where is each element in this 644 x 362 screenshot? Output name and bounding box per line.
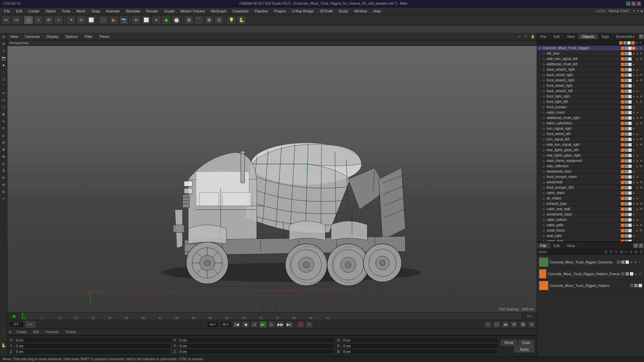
stamp-button[interactable]: ◆ [162, 16, 171, 24]
play-button[interactable]: ▶ [259, 321, 267, 328]
left-tool-polygon[interactable]: ⬡ [0, 76, 7, 82]
obj-list-item[interactable]: ▷cabin_stairs▲ [537, 190, 644, 196]
menu-window[interactable]: Window [351, 8, 370, 14]
obj-list-item[interactable]: ▷front_wheel_left▲▲ [537, 131, 644, 137]
obj-tab-bookmarks[interactable]: Bookmarks [613, 34, 638, 39]
left-tool-sketch[interactable]: ✏ [0, 90, 7, 97]
viewport-icon-plus[interactable]: + [523, 34, 529, 39]
fill-button[interactable]: ⬤ [172, 16, 181, 24]
play-reverse-button[interactable]: ◀ [242, 321, 249, 328]
array-button[interactable]: ⊡ [214, 16, 224, 24]
attr-create-btn[interactable]: Create [13, 329, 30, 335]
scale-button[interactable]: Scale [518, 340, 534, 346]
stop-record-button[interactable]: ✕ [306, 321, 313, 328]
left-tool-camera[interactable]: 📷 [0, 55, 7, 61]
left-tool-move[interactable]: ✛ [0, 34, 7, 40]
obj-list-item[interactable]: ▷front_bumper_001▲✕ [537, 185, 644, 190]
auto-key-button[interactable]: ⏮ [502, 321, 509, 328]
undo-button[interactable]: ↩ [1, 16, 11, 24]
left-tool-3[interactable]: ⊗ [0, 153, 7, 160]
menu-vray[interactable]: V-Ray Bridge [289, 8, 317, 14]
menu-file[interactable]: File [1, 8, 13, 14]
menu-motion-tracker[interactable]: Motion Tracker [178, 8, 208, 14]
brush-button[interactable]: ● [152, 16, 161, 24]
obj-list-item[interactable]: ▷turn_signal_left▲▲✕ [537, 137, 644, 142]
left-tool-spline[interactable]: ⌒ [0, 83, 7, 89]
obj-tab-edit[interactable]: Edit [550, 34, 564, 39]
menu-edit[interactable]: Edit [13, 8, 25, 14]
menu-select[interactable]: Select [43, 8, 59, 14]
menu-help[interactable]: Help [371, 8, 384, 14]
obj-root[interactable]: ▼ Concrete_Mixer_Truck_Rigged ▲ ▲ ✕ [537, 46, 644, 51]
rotate-tool-button[interactable]: ⟳ [44, 16, 53, 24]
left-tool-rotate[interactable]: ⟳ [0, 41, 7, 47]
left-tool-scale[interactable]: ⤢ [0, 48, 7, 54]
menu-plugins[interactable]: Plugins [271, 8, 288, 14]
obj-list-item[interactable]: ▷main_frame_equipment▲▲✕ [537, 158, 644, 164]
obj-list-item[interactable]: ▷windshield_visor▲ [537, 169, 644, 174]
left-tool-2[interactable]: ⊕ [0, 146, 7, 153]
left-tool-light[interactable]: ● [0, 62, 7, 68]
left-tool-paint[interactable]: ⌀ [0, 132, 7, 139]
fps-field[interactable]: 90 F [207, 321, 219, 327]
eraser-button[interactable]: ⬜ [142, 16, 151, 24]
obj-tab-file[interactable]: File [537, 34, 550, 39]
viewport-menu-options[interactable]: Options [64, 34, 79, 39]
left-tool-python[interactable]: 🐍 [0, 342, 7, 349]
obj-tab-tags[interactable]: Tags [598, 34, 613, 39]
obj-list-item[interactable]: ▷rear_lights_glass_left▲ [537, 147, 644, 153]
attr-tab-view[interactable]: View [564, 243, 579, 248]
menu-animate[interactable]: Animate [104, 8, 122, 14]
play-forward-button[interactable]: ▶▶ [277, 321, 284, 328]
obj-list-item[interactable]: ▷side_turn_signal_right▲✕ [537, 142, 644, 147]
obj-list-item[interactable]: ▷side_reflectors▲✕ [537, 164, 644, 169]
more-button[interactable]: ≡ [528, 321, 535, 328]
paint-tool-button[interactable]: ✏ [131, 16, 141, 24]
obj-list-item[interactable]: ▷left_door▲▲✕ [537, 51, 644, 56]
next-frame-button[interactable]: ▷ [268, 321, 275, 328]
scale-tool-button[interactable]: ⤢ [54, 16, 63, 24]
current-frame-field[interactable]: 0 F [9, 321, 24, 327]
menu-script[interactable]: Script [336, 8, 351, 14]
menu-simulate[interactable]: Simulate [123, 8, 143, 14]
obj-list-item[interactable]: ▷cabin_bottom▲▲ [537, 217, 644, 223]
obj-tab-objects[interactable]: Objects [578, 34, 598, 39]
left-tool-8[interactable]: ⊚ [0, 188, 7, 195]
deform-button[interactable]: ⊞ [184, 16, 194, 24]
y-rot-field[interactable]: 0 cm [178, 343, 335, 349]
attr-icon-1[interactable]: ✦ [633, 243, 638, 248]
viewport-menu-view[interactable]: View [9, 34, 19, 39]
obj-list-item[interactable]: ▷air_intake▲▲ [537, 196, 644, 201]
attr-edit-btn[interactable]: Edit [30, 329, 42, 335]
y-pos-field[interactable]: 0 cm [15, 343, 171, 349]
obj-list-item[interactable]: ▷cabin_grills▲▲✕ [537, 223, 644, 228]
total-frames-field[interactable]: 90 F [220, 321, 232, 327]
material-row-3[interactable]: Concrete_Mixer_Truck_Rigged_Helpers [538, 280, 643, 291]
obj-list-item[interactable]: ▷back_wheel2_right▲▲ [537, 67, 644, 72]
go-to-end-button[interactable]: ▶| [285, 321, 293, 328]
menu-snap[interactable]: Snap [89, 8, 103, 14]
menu-pipeline[interactable]: Pipeline [252, 8, 270, 14]
h-size-field[interactable]: 0 cm [342, 338, 498, 343]
attr-icon-2[interactable]: ≡ [639, 243, 643, 248]
move-tool-button[interactable]: ✛ [34, 16, 43, 24]
left-tool-4[interactable]: ⊙ [0, 160, 7, 167]
obj-list-item[interactable]: ▷side_turn_signal_left▲✕ [537, 56, 644, 62]
attr-texture-btn[interactable]: Texture [62, 329, 79, 335]
obj-list-item[interactable]: ▷small_frame▲✕ [537, 228, 644, 233]
python-button[interactable]: 🐍 [237, 16, 246, 24]
obj-list-item[interactable]: ▷front_bumper▲ [537, 105, 644, 110]
maximize-button[interactable]: □ [631, 1, 636, 6]
material-row-1[interactable]: Concrete_Mixer_Truck_Rigged_Geometry ▲ ▲… [538, 257, 643, 268]
obj-list-item[interactable]: ▷seat_right▲ [537, 233, 644, 239]
menu-mograph[interactable]: MoGraph [208, 8, 229, 14]
minimize-button[interactable]: — [626, 1, 631, 6]
left-tool-bridge[interactable]: ≡ [0, 118, 7, 125]
render-button[interactable]: ▶ [109, 16, 118, 24]
x-rot-field[interactable]: 0 cm [178, 338, 335, 343]
obj-list-item[interactable]: ▷salon_upholstery▲✕ [537, 121, 644, 126]
go-to-start-button[interactable]: |◀ [233, 321, 240, 328]
left-tool-knife[interactable]: ⬡ [0, 104, 7, 111]
close-button[interactable]: ✕ [637, 1, 641, 6]
left-tool-extrude[interactable]: ⊞ [0, 111, 7, 118]
